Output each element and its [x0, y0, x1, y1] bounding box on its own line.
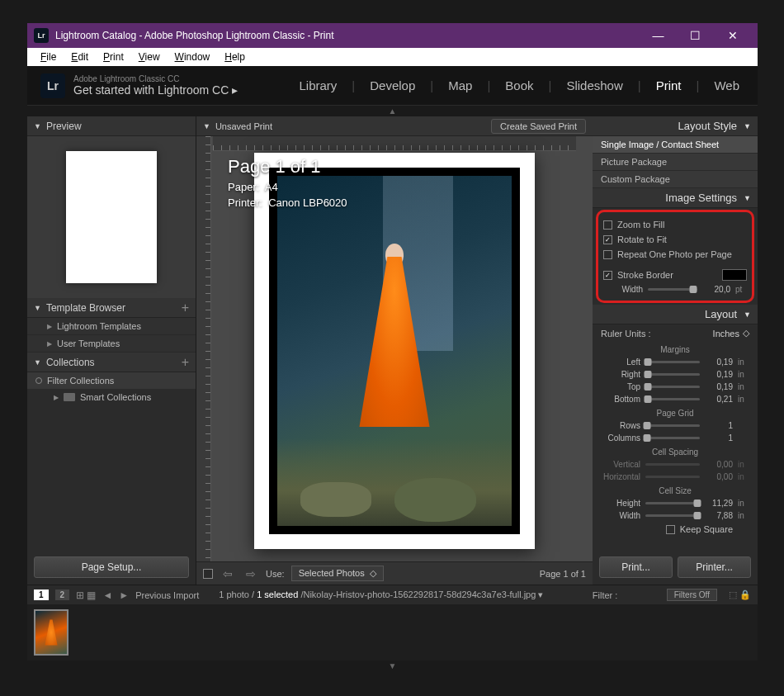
search-icon — [35, 377, 42, 384]
stroke-color-swatch[interactable] — [722, 269, 747, 281]
layout-style-single[interactable]: Single Image / Contact Sheet — [593, 136, 758, 154]
tagline[interactable]: Get started with Lightroom CC — [73, 83, 229, 97]
menu-edit[interactable]: Edit — [64, 50, 95, 64]
filter-select[interactable]: Filters Off — [667, 589, 717, 601]
photo-count: 1 photo / 1 selected /Nikolay-Hristov-ph… — [219, 589, 543, 600]
grid-view-icon[interactable]: ⊞ ▦ — [76, 589, 96, 601]
repeat-photo-row[interactable]: Repeat One Photo per Page — [603, 247, 747, 262]
layout-style-custom[interactable]: Custom Package — [593, 171, 758, 188]
use-label: Use: — [266, 569, 285, 579]
filmstrip-thumbnail[interactable] — [34, 609, 68, 656]
cell-height-slider[interactable]: Height11,29in — [601, 497, 749, 509]
margin-top-slider[interactable]: Top0,19in — [601, 381, 749, 393]
layout-header[interactable]: Layout▼ — [593, 305, 758, 324]
horizontal-spacing-slider[interactable]: Horizontal0,00in — [601, 471, 749, 483]
photo-content — [277, 176, 512, 526]
select-checkbox[interactable] — [203, 569, 213, 579]
module-web[interactable]: Web — [709, 78, 744, 92]
add-collection-icon[interactable]: + — [182, 355, 189, 370]
margin-right-slider[interactable]: Right0,19in — [601, 368, 749, 381]
template-item-lightroom[interactable]: ▶Lightroom Templates — [27, 318, 196, 335]
left-panel: ▼ Preview ▼ Template Browser + ▶Lightroo… — [27, 116, 196, 585]
highlighted-settings: Zoom to Fill ✓Rotate to Fit Repeat One P… — [596, 210, 754, 303]
page-heading: Page 1 of 1 — [228, 156, 347, 178]
prev-icon[interactable]: ◄ — [102, 589, 112, 601]
triangle-down-icon: ▼ — [203, 122, 210, 130]
stroke-width-slider[interactable]: Width 20,0 pt — [603, 283, 747, 296]
triangle-right-icon: ▶ — [47, 340, 52, 348]
collapse-top-icon[interactable]: ▲ — [27, 106, 758, 116]
triangle-right-icon: ▶ — [47, 323, 52, 330]
menu-help[interactable]: Help — [218, 50, 252, 64]
module-book[interactable]: Book — [500, 78, 538, 92]
stroke-border-row[interactable]: ✓Stroke Border — [603, 267, 747, 283]
collections-panel-header[interactable]: ▼ Collections + — [27, 353, 196, 372]
print-button[interactable]: Print... — [599, 556, 673, 578]
monitor-2-badge[interactable]: 2 — [55, 589, 70, 600]
use-select[interactable]: Selected Photos ◇ — [291, 566, 384, 581]
page-grid-title: Page Grid — [601, 405, 749, 419]
module-library[interactable]: Library — [294, 78, 342, 92]
layout-style-header[interactable]: Layout Style▼ — [593, 116, 758, 136]
cell-width-slider[interactable]: Width7,88in — [601, 509, 749, 522]
triangle-right-icon: ▶ — [54, 394, 59, 401]
page-setup-button[interactable]: Page Setup... — [34, 556, 189, 578]
filter-lock-icon[interactable]: ⬚ 🔒 — [729, 589, 751, 600]
next-page-icon[interactable]: ⇨ — [243, 567, 259, 580]
keep-square-row[interactable]: Keep Square — [601, 522, 749, 537]
collapse-bottom-icon[interactable]: ▼ — [27, 660, 758, 671]
zoom-to-fill-row[interactable]: Zoom to Fill — [603, 217, 747, 232]
create-saved-print-button[interactable]: Create Saved Print — [491, 119, 586, 134]
close-button[interactable]: ✕ — [714, 23, 751, 48]
lightroom-logo-icon: Lr — [40, 73, 65, 98]
checkbox-unchecked[interactable] — [603, 250, 612, 259]
horizontal-ruler — [213, 136, 576, 151]
minimize-button[interactable]: — — [640, 23, 677, 48]
prev-page-icon[interactable]: ⇦ — [220, 567, 236, 580]
preview-area — [27, 136, 196, 298]
menu-view[interactable]: View — [132, 50, 167, 64]
checkbox-checked[interactable]: ✓ — [603, 271, 612, 280]
print-canvas[interactable]: Page 1 of 1 Paper: A4 Printer: Canon LBP… — [196, 136, 593, 561]
monitor-1-badge[interactable]: 1 — [34, 589, 49, 600]
preview-page-thumbnail[interactable] — [66, 151, 157, 283]
slider-thumb[interactable] — [690, 286, 697, 293]
filter-collections-input[interactable]: Filter Collections — [27, 372, 196, 389]
vertical-spacing-slider[interactable]: Vertical0,00in — [601, 458, 749, 471]
template-item-user[interactable]: ▶User Templates — [27, 335, 196, 353]
checkbox-unchecked[interactable] — [666, 525, 675, 534]
rotate-to-fit-row[interactable]: ✓Rotate to Fit — [603, 232, 747, 247]
preview-panel-header[interactable]: ▼ Preview — [27, 116, 196, 136]
slider-track[interactable] — [648, 288, 697, 291]
filmstrip-source[interactable]: Previous Import — [135, 590, 199, 600]
image-settings-header[interactable]: Image Settings▼ — [593, 188, 758, 208]
print-page[interactable] — [254, 153, 535, 549]
cell-size-title: Cell Size — [601, 483, 749, 497]
next-icon[interactable]: ► — [119, 589, 129, 601]
checkbox-unchecked[interactable] — [603, 220, 612, 230]
menu-print[interactable]: Print — [97, 50, 130, 64]
photo-cell[interactable] — [269, 168, 520, 534]
layout-style-picture[interactable]: Picture Package — [593, 154, 758, 171]
columns-slider[interactable]: Columns1 — [601, 432, 749, 444]
stroke-width-value[interactable]: 20,0 — [702, 285, 730, 294]
module-print[interactable]: Print — [651, 78, 687, 92]
ruler-units-select[interactable]: Inches ◇ — [713, 328, 749, 339]
menu-window[interactable]: Window — [168, 50, 217, 64]
menu-file[interactable]: File — [34, 50, 63, 64]
checkbox-checked[interactable]: ✓ — [603, 235, 612, 244]
module-map[interactable]: Map — [443, 78, 477, 92]
margin-left-slider[interactable]: Left0,19in — [601, 356, 749, 368]
template-panel-header[interactable]: ▼ Template Browser + — [27, 298, 196, 318]
module-develop[interactable]: Develop — [365, 78, 420, 92]
ruler-units-row[interactable]: Ruler Units : Inches ◇ — [593, 324, 758, 342]
filmstrip[interactable] — [27, 604, 758, 660]
margin-bottom-slider[interactable]: Bottom0,21in — [601, 393, 749, 405]
add-template-icon[interactable]: + — [182, 301, 189, 315]
maximize-button[interactable]: ☐ — [677, 23, 714, 48]
filter-label: Filter : — [593, 590, 618, 600]
printer-button[interactable]: Printer... — [678, 556, 751, 578]
rows-slider[interactable]: Rows1 — [601, 419, 749, 432]
module-slideshow[interactable]: Slideshow — [561, 78, 627, 92]
smart-collections-item[interactable]: ▶ Smart Collections — [27, 389, 196, 405]
